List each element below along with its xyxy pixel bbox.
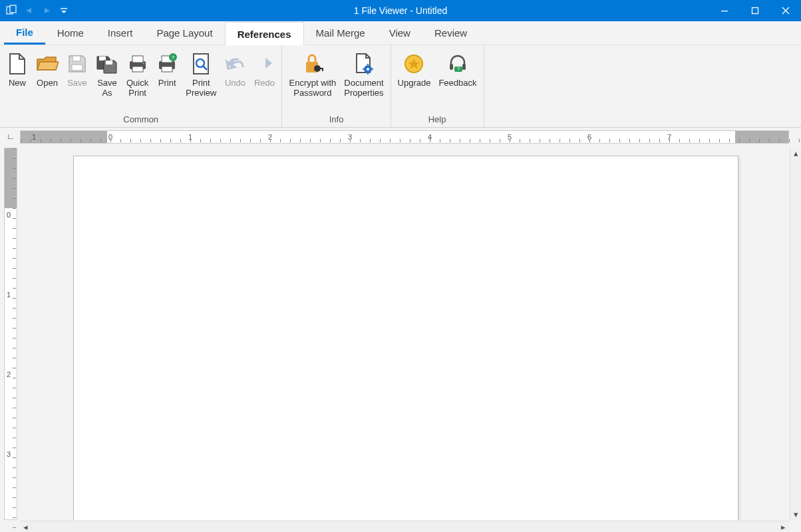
ribbon-group-common: New Open Save Save As — [0, 45, 282, 127]
svg-rect-6 — [72, 65, 82, 70]
maximize-button[interactable] — [740, 0, 770, 21]
group-label-info: Info — [285, 113, 387, 127]
vertical-ruler[interactable]: 0 1 2 3 — [4, 148, 17, 520]
tab-file[interactable]: File — [4, 21, 45, 45]
print-label: Print — [158, 78, 176, 88]
svg-rect-1 — [10, 5, 16, 13]
svg-rect-10 — [132, 56, 143, 63]
feedback-button[interactable]: ? Feedback — [434, 48, 480, 113]
svg-rect-3 — [721, 11, 728, 11]
ribbon-tabs: File Home Insert Page Layout References … — [0, 21, 801, 45]
qat-undo-icon[interactable] — [23, 4, 36, 17]
new-label: New — [9, 78, 26, 88]
document-page[interactable] — [73, 156, 738, 520]
scroll-up-icon[interactable]: ▴ — [790, 148, 801, 159]
svg-text:?: ? — [457, 66, 460, 71]
ribbon: New Open Save Save As — [0, 45, 801, 128]
open-label: Open — [37, 78, 58, 88]
scroll-right-icon[interactable]: ▸ — [778, 521, 789, 532]
open-folder-icon — [36, 51, 59, 77]
workspace: ∟ 1 0 1 2 3 4 5 6 7 0 1 2 3 ▴ ▾ ◂ ▸ — [0, 128, 801, 532]
scroll-left-icon[interactable]: ◂ — [20, 521, 31, 532]
svg-point-25 — [367, 68, 369, 70]
redo-button[interactable]: Redo — [249, 48, 279, 113]
scroll-down-icon[interactable]: ▾ — [790, 509, 801, 520]
horizontal-ruler[interactable]: 1 0 1 2 3 4 5 6 7 — [20, 130, 789, 144]
save-icon — [67, 51, 87, 77]
window-title: 1 File Viewer - Untitled — [0, 5, 801, 16]
encrypt-label: Encrypt with Password — [289, 78, 336, 98]
tab-home[interactable]: Home — [45, 21, 96, 45]
upgrade-button[interactable]: Upgrade — [394, 48, 435, 113]
encrypt-button[interactable]: Encrypt with Password — [285, 48, 340, 113]
svg-rect-2 — [61, 8, 67, 9]
doc-properties-button[interactable]: Document Properties — [340, 48, 387, 113]
doc-properties-label: Document Properties — [344, 78, 383, 98]
vertical-scrollbar[interactable]: ▴ ▾ — [790, 148, 801, 520]
tab-mail-merge[interactable]: Mail Merge — [304, 21, 377, 45]
quick-print-button[interactable]: Quick Print — [122, 48, 152, 113]
feedback-label: Feedback — [438, 78, 476, 88]
svg-point-12 — [142, 63, 144, 65]
upgrade-label: Upgrade — [398, 78, 431, 88]
new-file-icon — [7, 51, 27, 77]
svg-rect-4 — [752, 8, 758, 14]
new-button[interactable]: New — [3, 48, 32, 113]
save-as-button[interactable]: Save As — [92, 48, 122, 113]
print-preview-label: Print Preview — [186, 78, 216, 98]
svg-rect-11 — [132, 66, 143, 72]
redo-label: Redo — [254, 78, 275, 88]
tab-view[interactable]: View — [377, 21, 422, 45]
ribbon-group-help: Upgrade ? Feedback Help — [391, 45, 484, 127]
save-as-label: Save As — [97, 78, 117, 98]
svg-rect-31 — [450, 64, 453, 70]
group-label-help: Help — [394, 113, 481, 127]
feedback-headset-icon: ? — [447, 51, 468, 77]
document-viewport[interactable] — [20, 148, 789, 520]
svg-rect-5 — [73, 56, 80, 61]
undo-label: Undo — [225, 78, 245, 88]
print-preview-button[interactable]: Print Preview — [182, 48, 220, 113]
tab-references[interactable]: References — [225, 22, 304, 45]
print-preview-icon — [191, 51, 211, 77]
title-bar: 1 File Viewer - Untitled — [0, 0, 801, 21]
group-label-common: Common — [3, 113, 279, 127]
lock-key-icon — [302, 51, 323, 77]
quick-print-label: Quick Print — [126, 78, 148, 98]
svg-rect-15 — [162, 66, 172, 72]
close-button[interactable] — [770, 0, 801, 21]
qat-redo-icon[interactable] — [40, 4, 53, 17]
open-button[interactable]: Open — [32, 48, 63, 113]
svg-rect-23 — [322, 68, 323, 71]
print-icon: ? — [156, 51, 178, 77]
upgrade-coin-icon — [403, 51, 424, 77]
svg-rect-32 — [462, 64, 466, 70]
print-button[interactable]: ? Print — [152, 48, 182, 113]
minimize-button[interactable] — [709, 0, 740, 21]
tab-page-layout[interactable]: Page Layout — [144, 21, 224, 45]
tab-insert[interactable]: Insert — [96, 21, 145, 45]
quick-print-icon — [127, 51, 148, 77]
undo-button[interactable]: Undo — [220, 48, 249, 113]
save-as-icon — [96, 51, 118, 77]
redo-icon — [253, 51, 275, 77]
svg-text:?: ? — [172, 55, 175, 61]
svg-rect-7 — [99, 57, 106, 61]
undo-icon — [224, 51, 245, 77]
save-button[interactable]: Save — [63, 48, 92, 113]
app-icon — [5, 4, 19, 17]
save-label: Save — [67, 78, 87, 88]
tab-review[interactable]: Review — [422, 21, 479, 45]
ruler-corner-icon: ∟ — [7, 132, 15, 141]
horizontal-scrollbar[interactable]: ◂ ▸ — [20, 521, 789, 532]
svg-rect-8 — [106, 61, 112, 65]
ribbon-group-info: Encrypt with Password Document Propertie… — [282, 45, 391, 127]
qat-customize-icon[interactable] — [57, 4, 71, 17]
document-gear-icon — [354, 51, 374, 77]
